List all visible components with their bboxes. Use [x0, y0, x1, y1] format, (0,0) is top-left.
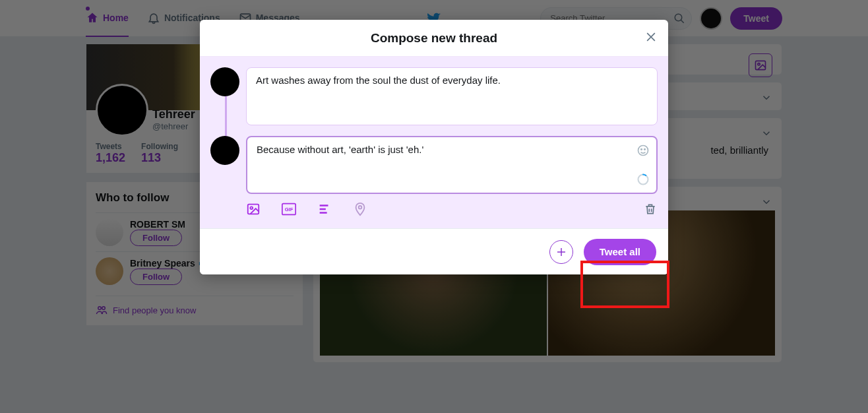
modal-header: Compose new thread: [200, 20, 668, 57]
compose-row: Art washes away from the soul the dust o…: [210, 67, 658, 125]
svg-text:GIF: GIF: [285, 206, 294, 212]
compose-textarea[interactable]: Because without art, 'earth' is just 'eh…: [246, 136, 658, 194]
compose-avatar: [210, 136, 239, 165]
compose-toolbar: GIF: [210, 202, 658, 216]
svg-point-9: [638, 175, 648, 185]
compose-row: Because without art, 'earth' is just 'eh…: [210, 136, 658, 194]
add-location-icon[interactable]: [353, 202, 367, 216]
svg-point-14: [359, 206, 362, 209]
add-tweet-button[interactable]: [549, 240, 573, 264]
add-gif-icon[interactable]: GIF: [282, 202, 296, 216]
close-icon[interactable]: [644, 30, 658, 44]
delete-tweet-icon[interactable]: [643, 202, 658, 216]
compose-modal: Compose new thread Art washes away from …: [200, 20, 668, 274]
svg-point-11: [250, 206, 253, 209]
plus-icon: [555, 246, 567, 258]
svg-point-7: [641, 149, 642, 150]
emoji-icon[interactable]: [636, 144, 650, 157]
compose-text: Art washes away from the soul the dust o…: [256, 75, 501, 86]
svg-point-8: [644, 149, 646, 150]
compose-avatar: [210, 67, 239, 96]
modal-body: Art washes away from the soul the dust o…: [200, 57, 668, 228]
modal-footer: Tweet all: [200, 228, 668, 274]
modal-title: Compose new thread: [371, 31, 497, 46]
compose-textarea[interactable]: Art washes away from the soul the dust o…: [246, 67, 658, 125]
char-count-ring: [636, 173, 650, 186]
add-poll-icon[interactable]: [317, 202, 332, 216]
svg-point-6: [638, 146, 648, 156]
add-image-icon[interactable]: [246, 202, 261, 216]
tweet-all-button[interactable]: Tweet all: [584, 239, 656, 265]
compose-text: Because without art, 'earth' is just 'eh…: [257, 144, 423, 155]
